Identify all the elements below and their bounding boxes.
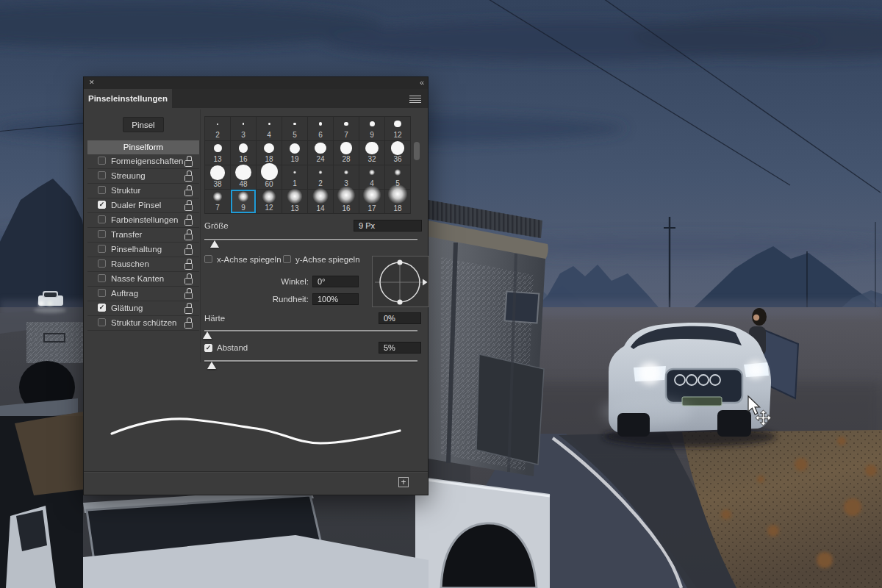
unlock-icon[interactable] [184, 307, 193, 314]
new-brush-button[interactable]: + [398, 477, 409, 487]
flip-y-checkbox[interactable] [283, 255, 291, 263]
hardness-field[interactable]: 0% [379, 312, 421, 324]
sidebar-item-nasse-kanten[interactable]: Nasse Kanten [87, 272, 199, 287]
spacing-field[interactable]: 5% [379, 342, 421, 354]
roundness-field[interactable]: 100% [312, 293, 359, 305]
brush-preset-3[interactable]: 3 [231, 117, 256, 140]
spacing-label: Abstand [217, 343, 248, 352]
brush-size-label: 14 [316, 204, 324, 213]
checkbox[interactable] [98, 186, 106, 194]
license-plate [682, 397, 722, 406]
brush-preset-2[interactable]: 2 [205, 117, 230, 140]
brush-preset-24[interactable]: 24 [308, 141, 333, 165]
checkbox[interactable] [98, 215, 106, 223]
unlock-icon[interactable] [184, 234, 193, 240]
brush-preset-7[interactable]: 7 [334, 117, 359, 140]
brush-preset-16[interactable]: 16 [231, 141, 256, 165]
brush-preset-18[interactable]: 18 [257, 141, 282, 165]
brush-preset-13[interactable]: 13 [205, 141, 230, 165]
checkbox[interactable] [98, 259, 106, 268]
brush-tip-dot [365, 142, 379, 155]
unlock-icon[interactable] [184, 263, 193, 270]
brush-preset-9-selected[interactable]: 9 [231, 190, 256, 213]
sidebar-item-label: Struktur [111, 186, 140, 195]
checkbox[interactable] [98, 171, 106, 179]
brush-preset-48[interactable]: 48 [231, 165, 256, 189]
sidebar-item-formeigenschaften[interactable]: Formeigenschaften [87, 154, 199, 169]
panel-menu-icon[interactable] [409, 96, 421, 103]
collapse-to-icons-icon[interactable]: « [420, 78, 423, 87]
brush-preset-60[interactable]: 60 [257, 165, 282, 189]
checkbox[interactable] [98, 230, 106, 238]
checkbox[interactable] [98, 318, 106, 326]
brush-preset-17[interactable]: 17 [359, 190, 384, 213]
sidebar-item-struktur-schützen[interactable]: Struktur schützen [87, 316, 199, 331]
brush-preset-12[interactable]: 12 [257, 190, 282, 213]
checkbox[interactable] [98, 157, 106, 165]
unlock-icon[interactable] [184, 160, 193, 167]
brush-preset-5[interactable]: 5 [282, 117, 307, 140]
move-tool-cursor [744, 394, 779, 429]
size-field[interactable]: 9 Px [354, 220, 422, 232]
brush-preset-12[interactable]: 12 [385, 117, 410, 140]
sidebar-item-streuung[interactable]: Streuung [87, 169, 199, 184]
checkbox[interactable] [98, 245, 106, 253]
checkbox[interactable] [98, 289, 106, 297]
sidebar-item-dualer-pinsel[interactable]: ✓Dualer Pinsel [87, 198, 199, 213]
sidebar-item-struktur[interactable]: Struktur [87, 184, 199, 198]
unlock-icon[interactable] [184, 190, 193, 196]
brush-preset-38[interactable]: 38 [205, 165, 230, 189]
brush-preset-14[interactable]: 14 [308, 190, 333, 213]
brush-preset-36[interactable]: 36 [385, 141, 410, 165]
size-slider-thumb[interactable] [210, 240, 219, 248]
sidebar-item-glättung[interactable]: ✓Glättung [87, 301, 199, 316]
unlock-icon[interactable] [184, 322, 193, 329]
sidebar-item-rauschen[interactable]: Rauschen [87, 257, 199, 272]
unlock-icon[interactable] [184, 278, 193, 284]
sidebar-item-label: Transfer [111, 230, 142, 239]
angle-field[interactable]: 0° [312, 276, 359, 287]
brush-tip-dot [319, 122, 323, 126]
brush-grid: 2345679121316181924283236384860123457912… [204, 116, 411, 214]
brush-preset-7[interactable]: 7 [205, 190, 230, 213]
brush-preset-1[interactable]: 1 [282, 165, 307, 189]
brush-size-label: 17 [368, 204, 376, 213]
angle-roundness-control[interactable] [372, 256, 429, 307]
scrollbar-thumb[interactable] [414, 142, 420, 160]
unlock-icon[interactable] [184, 248, 193, 255]
unlock-icon[interactable] [184, 175, 193, 182]
brush-preset-16[interactable]: 16 [334, 190, 359, 213]
tab-pinseleinstellungen[interactable]: Pinseleinstellungen [84, 89, 172, 108]
brush-preset-19[interactable]: 19 [282, 141, 307, 165]
flip-x-checkbox[interactable] [204, 255, 212, 263]
sidebar-item-pinselhaltung[interactable]: Pinselhaltung [87, 243, 199, 257]
sidebar-item-auftrag[interactable]: Auftrag [87, 287, 199, 301]
sidebar-item-label: Struktur schützen [111, 318, 176, 327]
hardness-slider[interactable] [204, 330, 417, 331]
brush-preset-32[interactable]: 32 [359, 141, 384, 165]
unlock-icon[interactable] [184, 204, 193, 211]
sidebar-item-farbeinstellungen[interactable]: Farbeinstellungen [87, 213, 199, 228]
sidebar-item-transfer[interactable]: Transfer [87, 228, 199, 243]
spacing-checkbox[interactable]: ✓ [204, 344, 212, 352]
brush-preset-18[interactable]: 18 [385, 190, 410, 213]
brush-preset-9[interactable]: 9 [359, 117, 384, 140]
brush-preset-2[interactable]: 2 [308, 165, 333, 189]
pinsel-button[interactable]: Pinsel [123, 117, 164, 132]
unlock-icon[interactable] [184, 293, 193, 299]
size-slider[interactable] [204, 239, 417, 240]
checkbox[interactable]: ✓ [98, 304, 106, 312]
brush-size-label: 7 [344, 131, 348, 140]
brush-tip-dot [370, 121, 375, 126]
hardness-slider-thumb[interactable] [203, 331, 212, 339]
brush-preset-4[interactable]: 4 [257, 117, 282, 140]
spacing-slider[interactable] [204, 360, 417, 362]
brush-preset-28[interactable]: 28 [334, 141, 359, 165]
unlock-icon[interactable] [184, 219, 193, 226]
brush-preset-13[interactable]: 13 [282, 190, 307, 213]
sidebar-item-pinselform[interactable]: Pinselform [87, 140, 199, 154]
checkbox[interactable]: ✓ [98, 201, 106, 209]
brush-preset-6[interactable]: 6 [308, 117, 333, 140]
close-icon[interactable]: ✕ [89, 79, 95, 86]
checkbox[interactable] [98, 274, 106, 282]
